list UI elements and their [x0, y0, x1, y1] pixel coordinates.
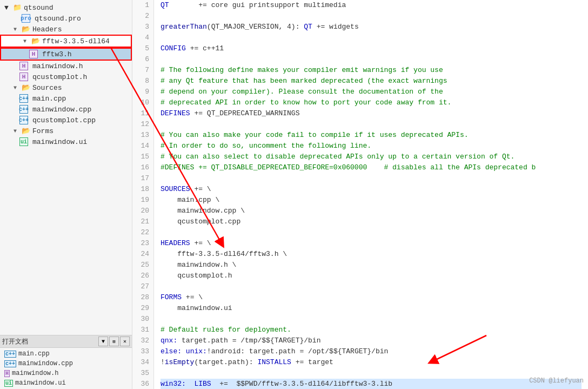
code-line: main.cpp \ — [161, 195, 582, 206]
tree-item-qcustomplot-h[interactable]: H qcustomplot.h — [0, 71, 132, 82]
forms-label: Forms — [32, 127, 54, 135]
bottom-file-mainwindow-cpp[interactable]: c++ mainwindow.cpp — [0, 359, 132, 368]
headers-label: Headers — [32, 25, 62, 34]
code-line: mainwindow.cpp \ — [161, 206, 582, 216]
line-number: 21 — [137, 216, 149, 227]
line-number: 22 — [137, 227, 149, 238]
pro-file-icon: pro — [22, 14, 30, 23]
code-line: # deprecated API in order to know how to… — [161, 97, 582, 108]
code-line — [161, 368, 582, 379]
main-cpp-icon: c++ — [19, 94, 28, 103]
bottom-panel-header: 打开文档 ▼ ⊞ ✕ — [0, 335, 132, 348]
forms-expand-icon: ▼ — [11, 127, 19, 135]
tree-item-fftw3h[interactable]: H fftw3.h — [0, 48, 132, 61]
bottom-file-mainwindow-h[interactable]: H mainwindow.h — [0, 368, 132, 378]
mainwindow-h-label: mainwindow.h — [32, 62, 83, 70]
code-line — [161, 281, 582, 292]
code-line: qcustomplot.cpp — [161, 216, 582, 227]
sidebar: ▼ 📁 qtsound pro qtsound.pro ▼ 📂 Headers … — [0, 0, 132, 389]
line-number: 34 — [137, 357, 149, 368]
tree-root[interactable]: ▼ 📁 qtsound — [0, 2, 132, 13]
code-line: !isEmpty(target.path): INSTALLS += targe… — [161, 357, 582, 368]
tree-item-qcustomplot-cpp[interactable]: c++ qcustomplot.cpp — [0, 115, 132, 126]
fftw-folder-icon: 📂 — [31, 37, 40, 45]
line-number: 29 — [137, 303, 149, 314]
line-number: 6 — [137, 54, 149, 65]
tree-item-mainwindow-h[interactable]: H mainwindow.h — [0, 61, 132, 71]
bottom-panel-title: 打开文档 — [2, 337, 98, 346]
code-line: qnx: target.path = /tmp/$${TARGET}/bin — [161, 335, 582, 346]
line-number: 14 — [137, 141, 149, 151]
bottom-file-mainwindow-ui[interactable]: ui mainwindow.ui — [0, 378, 132, 388]
main-cpp-label: main.cpp — [32, 95, 66, 103]
code-line: QT += core gui printsupport multimedia — [161, 0, 582, 11]
line-number: 28 — [137, 292, 149, 303]
root-folder-icon: 📁 — [13, 3, 22, 12]
bottom-file-main-cpp[interactable]: c++ main.cpp — [0, 349, 132, 359]
bottom-file-list: c++ main.cpp c++ mainwindow.cpp H mainwi… — [0, 348, 132, 389]
line-number: 5 — [137, 43, 149, 54]
panel-arrow-btn[interactable]: ▼ — [98, 337, 108, 346]
bottom-file-main-cpp-icon: c++ — [4, 351, 16, 358]
code-line: SOURCES += \ — [161, 184, 582, 195]
pro-label: qtsound.pro — [35, 15, 81, 23]
bottom-file-mainwindow-cpp-icon: c++ — [4, 360, 16, 367]
code-editor: 1234567891011121314151617181920212223242… — [132, 0, 588, 389]
code-content[interactable]: QT += core gui printsupport multimedia g… — [154, 0, 588, 389]
line-numbers: 1234567891011121314151617181920212223242… — [132, 0, 154, 389]
line-number: 31 — [137, 325, 149, 335]
code-line — [161, 314, 582, 325]
code-line: else: unix:!android: target.path = /opt/… — [161, 346, 582, 357]
tree-item-sources[interactable]: ▼ 📂 Sources — [0, 82, 132, 93]
tree-item-main-cpp[interactable]: c++ main.cpp — [0, 93, 132, 104]
sources-folder-icon: 📂 — [22, 83, 30, 92]
tree-item-mainwindow-ui[interactable]: ui mainwindow.ui — [0, 136, 132, 147]
code-line — [161, 173, 582, 184]
forms-folder-icon: 📂 — [22, 127, 30, 135]
sources-label: Sources — [32, 84, 62, 92]
tree-item-mainwindow-cpp[interactable]: c++ mainwindow.cpp — [0, 104, 132, 115]
line-number: 23 — [137, 238, 149, 249]
line-number: 33 — [137, 346, 149, 357]
code-line — [161, 54, 582, 65]
code-line: #DEFINES += QT_DISABLE_DEPRECATED_BEFORE… — [161, 162, 582, 173]
line-number: 30 — [137, 314, 149, 325]
qcustomplot-cpp-icon: c++ — [19, 116, 28, 124]
bottom-panel-actions: ▼ ⊞ ✕ — [98, 337, 130, 346]
fftw-folder-label: fftw-3.3.5-dll64 — [42, 37, 110, 45]
line-number: 2 — [137, 11, 149, 22]
tree-item-pro[interactable]: pro qtsound.pro — [0, 13, 132, 24]
code-line: # In order to do so, uncomment the follo… — [161, 141, 582, 151]
line-number: 26 — [137, 271, 149, 281]
bottom-file-mainwindow-h-icon: H — [4, 370, 10, 377]
code-area[interactable]: 1234567891011121314151617181920212223242… — [132, 0, 588, 389]
panel-close-btn[interactable]: ✕ — [120, 337, 130, 346]
code-line — [161, 32, 582, 43]
code-line: # You can also select to disable depreca… — [161, 151, 582, 162]
code-line: greaterThan(QT_MAJOR_VERSION, 4): QT += … — [161, 22, 582, 32]
code-line: win32: LIBS += $$PWD/fftw-3.3.5-dll64/li… — [161, 379, 582, 389]
line-number: 10 — [137, 97, 149, 108]
line-number: 20 — [137, 206, 149, 216]
tree-item-fftw-folder[interactable]: ▼ 📂 fftw-3.3.5-dll64 — [0, 35, 132, 48]
tree-item-forms[interactable]: ▼ 📂 Forms — [0, 126, 132, 136]
line-number: 3 — [137, 22, 149, 32]
line-number: 32 — [137, 335, 149, 346]
line-number: 25 — [137, 260, 149, 271]
code-line: CONFIG += c++11 — [161, 43, 582, 54]
headers-expand-icon: ▼ — [11, 25, 19, 34]
code-line: DEFINES += QT_DEPRECATED_WARNINGS — [161, 108, 582, 119]
qcustomplot-h-icon: H — [19, 72, 28, 81]
panel-tile-btn[interactable]: ⊞ — [109, 337, 119, 346]
line-number: 36 — [137, 379, 149, 389]
tree-item-headers[interactable]: ▼ 📂 Headers — [0, 24, 132, 35]
code-line — [161, 11, 582, 22]
line-number: 12 — [137, 119, 149, 130]
code-line: # any Qt feature that has been marked de… — [161, 76, 582, 87]
code-line: # You can also make your code fail to co… — [161, 130, 582, 141]
mainwindow-h-icon: H — [19, 62, 28, 70]
line-number: 9 — [137, 87, 149, 97]
code-line: HEADERS += \ — [161, 238, 582, 249]
line-number: 11 — [137, 108, 149, 119]
line-number: 1 — [137, 0, 149, 11]
